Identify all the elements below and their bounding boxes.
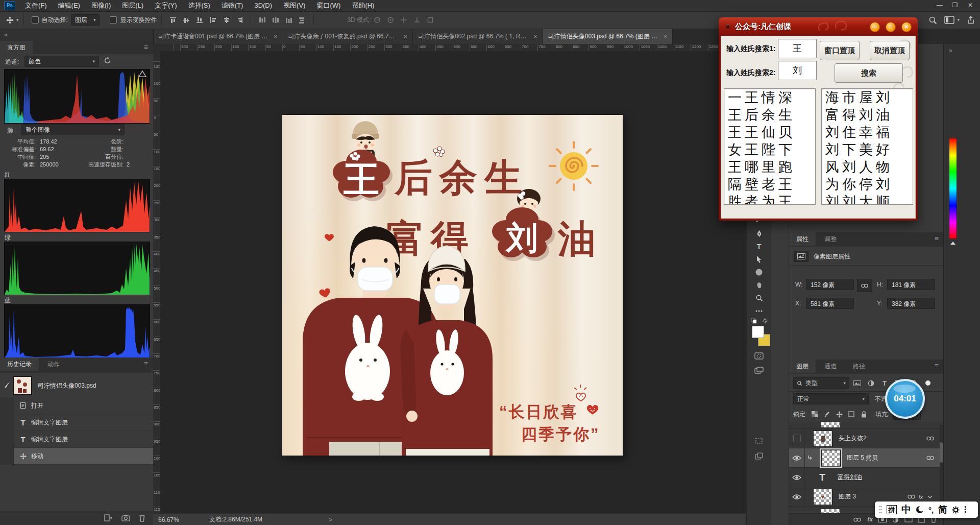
tab-close-icon[interactable]: × bbox=[274, 33, 278, 40]
history-brush-well[interactable] bbox=[0, 414, 14, 431]
filter-toggle-pin[interactable] bbox=[925, 380, 930, 386]
document-tab[interactable]: 司泞情侣头像002.psd @ 66.7% ( 1, RGB...× bbox=[413, 29, 543, 44]
visibility-toggle[interactable] bbox=[789, 429, 805, 448]
filter-pixel-icon[interactable] bbox=[851, 378, 863, 388]
copy-panel-icon[interactable] bbox=[754, 451, 764, 461]
screen-mode-icon[interactable] bbox=[754, 366, 764, 375]
auto-select-dropdown[interactable]: 图层 ▾ bbox=[71, 14, 100, 26]
layer-row[interactable]: 图层 5 拷贝 bbox=[789, 448, 940, 468]
tab-adjustments[interactable]: 调整 bbox=[817, 232, 844, 246]
x-value-field[interactable]: 581 像素 bbox=[806, 298, 854, 309]
pen-tool-icon[interactable] bbox=[754, 229, 764, 238]
layer-row[interactable]: 头上女孩2 bbox=[789, 429, 940, 448]
name-list-item[interactable]: 海市屋刘 bbox=[822, 89, 913, 106]
w-value-field[interactable]: 152 像素 bbox=[806, 279, 854, 290]
tab-history[interactable]: 历史记录 bbox=[0, 357, 39, 371]
document-tab[interactable]: 司泞情侣头像003.psd @ 66.7% (图层 5 拷贝, RGB/8) *… bbox=[543, 29, 673, 44]
document-tab[interactable]: 司泞头像亲子001-恢复的.psd @ 66.7% ...× bbox=[283, 29, 413, 44]
foreground-color-swatch[interactable] bbox=[752, 326, 764, 338]
h-value-field[interactable]: 181 像素 bbox=[887, 279, 935, 290]
menu-item[interactable]: 图像(I) bbox=[86, 0, 116, 11]
tab-layers[interactable]: 图层 bbox=[789, 360, 816, 373]
move-tool-icon[interactable] bbox=[4, 15, 15, 25]
expand-panels-icon[interactable]: » bbox=[949, 47, 952, 54]
ime-more-icon[interactable] bbox=[964, 506, 966, 514]
tab-close-icon[interactable]: × bbox=[664, 33, 668, 40]
history-entry[interactable]: 移动 bbox=[0, 448, 153, 465]
history-brush-well[interactable] bbox=[0, 448, 14, 464]
link-dimensions-icon[interactable] bbox=[857, 279, 872, 292]
visibility-toggle[interactable] bbox=[789, 448, 805, 467]
align-right-icon[interactable] bbox=[234, 15, 245, 25]
menu-item[interactable]: 3D(D) bbox=[249, 0, 278, 11]
minimize-window-icon[interactable]: — bbox=[932, 0, 947, 11]
menu-item[interactable]: 滤镜(T) bbox=[216, 0, 249, 11]
refresh-histogram-icon[interactable] bbox=[104, 57, 111, 64]
ime-simplified-icon[interactable]: 简 bbox=[938, 504, 947, 516]
pin-window-button[interactable]: 窗口置顶 bbox=[820, 41, 860, 60]
tab-paths[interactable]: 路径 bbox=[846, 360, 872, 373]
gongzhonghao-search-dialog[interactable]: 公众号:凡仁创课 — □ ✕ 输入姓氏搜索1: 王 窗口置顶 取消置顶 输入姓氏… bbox=[719, 17, 918, 221]
ime-settings-gear-icon[interactable] bbox=[952, 506, 960, 514]
name-list-item[interactable]: 刘下美好 bbox=[822, 141, 913, 158]
new-document-from-state-icon[interactable] bbox=[104, 514, 113, 522]
new-snapshot-camera-icon[interactable] bbox=[121, 514, 131, 522]
dialog-title-bar[interactable]: 公众号:凡仁创课 — □ ✕ bbox=[719, 17, 918, 36]
channel-dropdown[interactable]: 颜色 ▾ bbox=[24, 56, 99, 67]
workspace-icon[interactable]: ▾ bbox=[944, 16, 960, 24]
show-transform-checkbox[interactable] bbox=[110, 16, 117, 23]
name-list-item[interactable]: 胜者为王 bbox=[724, 193, 815, 205]
distribute-horizontal-icon[interactable] bbox=[297, 15, 308, 25]
tab-properties[interactable]: 属性 bbox=[789, 232, 816, 246]
layer-row-partial[interactable] bbox=[789, 422, 940, 429]
color-panel-hue-ramp[interactable] bbox=[949, 138, 957, 239]
ime-punctuation-icon[interactable]: °, bbox=[928, 506, 934, 514]
search-button[interactable]: 搜索 bbox=[835, 63, 903, 83]
distribute-bottom-icon[interactable] bbox=[283, 15, 295, 25]
menu-item[interactable]: 窗口(W) bbox=[311, 0, 346, 11]
name-list-item[interactable]: 刘刘大顺 bbox=[822, 193, 913, 205]
ime-toolbar[interactable]: 拼 中 °, 简 bbox=[875, 502, 978, 518]
menu-item[interactable]: 帮助(H) bbox=[346, 0, 380, 11]
search-icon[interactable] bbox=[928, 16, 937, 25]
zoom-tool-icon[interactable] bbox=[754, 293, 764, 302]
panel-menu-icon[interactable]: ≡ bbox=[935, 234, 939, 243]
y-value-field[interactable]: 382 像素 bbox=[887, 298, 935, 309]
swap-swatches-icon[interactable] bbox=[762, 318, 768, 324]
delete-state-trash-icon[interactable] bbox=[139, 514, 148, 522]
name-list-item[interactable]: 富得刘油 bbox=[822, 106, 913, 124]
dialog-maximize-icon[interactable]: □ bbox=[886, 22, 896, 32]
tab-histogram[interactable]: 直方图 bbox=[0, 41, 33, 54]
hand-tool-icon[interactable] bbox=[754, 280, 764, 290]
menu-item[interactable]: 图层(L) bbox=[116, 0, 149, 11]
align-bottom-icon[interactable] bbox=[194, 15, 205, 25]
default-swatches-icon[interactable] bbox=[751, 318, 757, 324]
name-list-item[interactable]: 王哪里跑 bbox=[724, 158, 815, 176]
edit-toolbar-dots-icon[interactable] bbox=[754, 306, 764, 316]
name-list-item[interactable]: 为你停刘 bbox=[822, 176, 913, 193]
menu-item[interactable]: 文字(Y) bbox=[149, 0, 182, 11]
type-tool-icon[interactable]: T bbox=[754, 242, 764, 251]
layer-row[interactable]: T富得刘油 bbox=[789, 468, 940, 487]
menu-item[interactable]: 选择(S) bbox=[182, 0, 215, 11]
align-horizontal-center-icon[interactable] bbox=[220, 15, 232, 25]
name-list-item[interactable]: 女王陛下 bbox=[724, 141, 815, 158]
shape-tool-icon[interactable] bbox=[754, 268, 764, 277]
lock-position-icon[interactable] bbox=[835, 410, 844, 418]
align-top-icon[interactable] bbox=[167, 15, 179, 25]
panel-menu-icon[interactable]: ≡ bbox=[144, 43, 148, 51]
filter-adjustment-icon[interactable] bbox=[865, 378, 877, 388]
align-left-icon[interactable] bbox=[207, 15, 218, 25]
document-canvas[interactable]: 王 后余生 bbox=[282, 115, 623, 456]
menu-item[interactable]: 文件(F) bbox=[19, 0, 53, 11]
layer-filter-dropdown[interactable]: 类型 ▾ bbox=[793, 377, 849, 389]
close-window-icon[interactable]: ✕ bbox=[963, 0, 978, 11]
history-brush-well[interactable] bbox=[0, 397, 14, 414]
dialog-close-icon[interactable]: ✕ bbox=[901, 22, 912, 32]
history-brush-well[interactable] bbox=[0, 431, 14, 447]
align-vertical-center-icon[interactable] bbox=[181, 15, 192, 25]
collapse-panels-icon[interactable]: « bbox=[0, 29, 153, 41]
ime-fullhalf-moon-icon[interactable] bbox=[916, 506, 924, 514]
source-dropdown[interactable]: 整个图像 ▾ bbox=[21, 124, 125, 135]
ramp-slider-icon[interactable] bbox=[950, 241, 956, 245]
